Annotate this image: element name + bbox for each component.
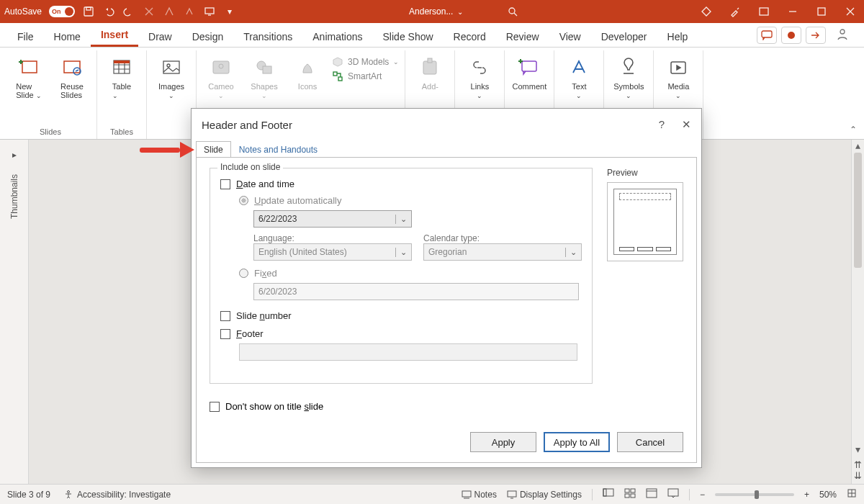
diamond-icon[interactable]	[700, 5, 713, 18]
brush-icon[interactable]	[729, 5, 742, 18]
view-sorter-icon[interactable]	[624, 488, 636, 500]
zoom-slider[interactable]	[715, 493, 794, 496]
apply-button[interactable]: Apply	[470, 432, 536, 452]
tab-help[interactable]: Help	[657, 27, 698, 47]
tab-draw[interactable]: Draw	[138, 27, 182, 47]
footer-checkbox[interactable]	[220, 329, 230, 339]
tab-review[interactable]: Review	[496, 27, 549, 47]
record-button[interactable]	[781, 27, 801, 44]
text-button[interactable]: Text⌄	[560, 50, 598, 99]
fit-window-icon[interactable]	[847, 488, 857, 500]
media-button[interactable]: Media⌄	[660, 50, 697, 99]
scroll-up-icon[interactable]: ▴	[852, 140, 864, 151]
qat-icon-1[interactable]	[143, 5, 156, 18]
calendar-label: Calendar type:	[423, 233, 582, 243]
svg-rect-29	[603, 489, 606, 496]
images-button[interactable]: Images⌄	[153, 50, 190, 99]
expand-thumbnails-icon[interactable]: ▸	[12, 150, 17, 160]
zoom-in-button[interactable]: +	[804, 490, 809, 500]
tab-record[interactable]: Record	[444, 27, 496, 47]
reuse-slides-icon	[59, 55, 85, 81]
dialog-tab-slide[interactable]: Slide	[196, 141, 231, 158]
close-icon[interactable]	[844, 5, 857, 18]
maximize-icon[interactable]	[815, 5, 828, 18]
minimize-icon[interactable]	[786, 5, 799, 18]
date-combo[interactable]: 6/22/2023⌄	[253, 210, 412, 228]
cameo-button[interactable]: Cameo⌄	[202, 50, 240, 99]
symbols-button[interactable]: Symbols⌄	[610, 50, 647, 99]
group-tables-label: Tables	[110, 127, 133, 139]
qat-icon-3[interactable]	[183, 5, 196, 18]
tab-insert[interactable]: Insert	[91, 24, 138, 47]
notes-button[interactable]: Notes	[462, 490, 497, 500]
footer-input[interactable]	[239, 343, 577, 361]
qat-more-icon[interactable]: ▾	[223, 5, 236, 18]
dialog-close-icon[interactable]: ✕	[682, 118, 691, 131]
cancel-button[interactable]: Cancel	[617, 432, 683, 452]
language-combo[interactable]: English (United States)⌄	[253, 243, 412, 261]
tab-file[interactable]: File	[7, 27, 44, 47]
undo-icon[interactable]	[102, 5, 115, 18]
update-auto-radio[interactable]	[239, 196, 248, 205]
redo-icon[interactable]	[122, 5, 135, 18]
smartart-button[interactable]: SmartArt	[332, 71, 399, 82]
fixed-radio[interactable]	[239, 269, 248, 278]
account-icon[interactable]	[832, 24, 852, 44]
icons-button[interactable]: Icons	[289, 50, 326, 99]
date-time-checkbox[interactable]	[220, 179, 230, 189]
scroll-thumb[interactable]	[854, 153, 862, 268]
table-button[interactable]: Table⌄	[103, 50, 140, 99]
slide-nav-buttons[interactable]: ⇈⇊	[852, 456, 864, 484]
tab-home[interactable]: Home	[44, 27, 91, 47]
tab-animations[interactable]: Animations	[302, 27, 372, 47]
dont-show-checkbox[interactable]	[210, 402, 220, 412]
slide-number-checkbox[interactable]	[220, 311, 230, 321]
media-icon	[665, 55, 691, 81]
document-name[interactable]: Anderson... ⌄	[409, 6, 463, 17]
accessibility-status[interactable]: Accessibility: Investigate	[63, 490, 171, 500]
tab-view[interactable]: View	[549, 27, 591, 47]
apply-all-button[interactable]: Apply to All	[544, 432, 610, 452]
new-slide-button[interactable]: NewSlide ⌄	[10, 50, 48, 99]
thumbnail-rail[interactable]: ▸ Thumbnails	[0, 140, 29, 484]
vertical-scrollbar[interactable]: ▴ ▾ ⇈⇊	[851, 140, 864, 484]
tab-transitions[interactable]: Transitions	[233, 27, 302, 47]
share-button[interactable]	[806, 27, 826, 44]
svg-rect-34	[647, 489, 657, 498]
3d-models-button[interactable]: 3D Models ⌄	[332, 56, 399, 68]
fixed-label: Fixed	[254, 268, 277, 279]
qat-icon-2[interactable]	[163, 5, 176, 18]
search-icon[interactable]	[506, 5, 519, 18]
comment-button[interactable]: Comment	[510, 50, 548, 91]
save-icon[interactable]	[82, 5, 95, 18]
chevron-down-icon: ⌄	[395, 215, 407, 224]
fixed-input[interactable]: 6/20/2023	[253, 283, 579, 300]
zoom-out-button[interactable]: −	[700, 490, 705, 500]
dialog-help-icon[interactable]: ?	[659, 118, 665, 131]
view-reading-icon[interactable]	[646, 488, 657, 500]
window-icon[interactable]	[757, 5, 770, 18]
update-auto-label: Update automatically	[254, 195, 341, 206]
scroll-down-icon[interactable]: ▾	[852, 444, 864, 455]
shapes-button[interactable]: Shapes⌄	[246, 50, 283, 99]
view-slideshow-icon[interactable]	[667, 488, 679, 500]
display-settings-button[interactable]: Display Settings	[507, 490, 582, 500]
tab-developer[interactable]: Developer	[591, 27, 657, 47]
view-normal-icon[interactable]	[603, 488, 614, 500]
slide-counter[interactable]: Slide 3 of 9	[7, 490, 50, 500]
dialog-tab-notes[interactable]: Notes and Handouts	[231, 141, 325, 158]
tab-design[interactable]: Design	[182, 27, 234, 47]
reuse-slides-button[interactable]: ReuseSlides	[53, 50, 91, 99]
links-button[interactable]: Links⌄	[461, 50, 498, 99]
comments-pane-button[interactable]	[757, 27, 777, 44]
addins-button[interactable]: Add-	[411, 50, 449, 91]
svg-rect-20	[338, 77, 342, 81]
svg-rect-32	[625, 494, 629, 498]
present-icon[interactable]	[203, 5, 216, 18]
tab-slideshow[interactable]: Slide Show	[373, 27, 444, 47]
autosave-toggle[interactable]: On	[49, 6, 75, 17]
calendar-combo[interactable]: Gregorian⌄	[423, 243, 582, 261]
svg-rect-23	[522, 61, 536, 71]
collapse-ribbon-icon[interactable]: ⌃	[850, 125, 857, 135]
zoom-value[interactable]: 50%	[819, 490, 837, 500]
